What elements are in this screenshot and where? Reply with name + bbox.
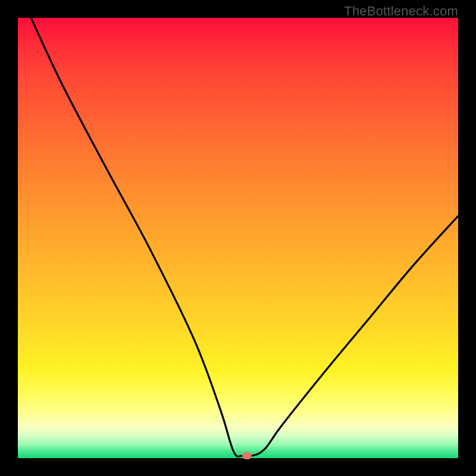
plot-area [18, 18, 458, 458]
watermark-label: TheBottleneck.com [344, 4, 458, 19]
chart-frame: TheBottleneck.com [0, 0, 476, 476]
bottleneck-line [18, 18, 458, 458]
optimal-point-marker [242, 452, 252, 459]
